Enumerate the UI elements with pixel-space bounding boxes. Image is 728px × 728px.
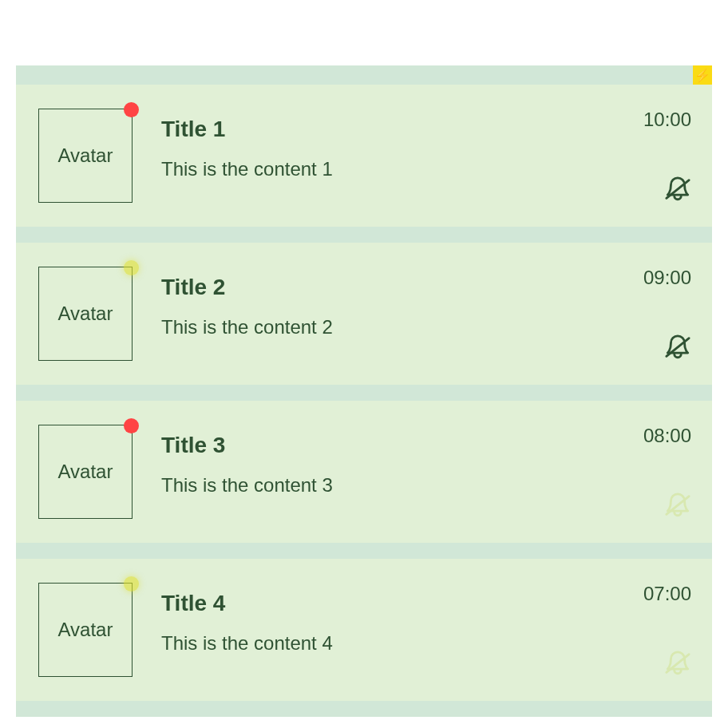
list-item[interactable]: Avatar Title 4 This is the content 4 07:… xyxy=(16,559,712,701)
bell-off-icon[interactable] xyxy=(664,334,691,361)
item-description: This is the content 4 xyxy=(161,632,627,655)
avatar-wrap: Avatar xyxy=(38,425,133,519)
item-title: Title 4 xyxy=(161,591,627,616)
item-content: Title 3 This is the content 3 xyxy=(133,425,627,497)
item-meta: 08:00 xyxy=(627,425,691,519)
item-meta: 07:00 xyxy=(627,583,691,677)
notification-list: ⚡ Avatar Title 1 This is the content 1 1… xyxy=(16,65,712,717)
lightning-badge[interactable]: ⚡ xyxy=(693,65,712,85)
lightning-icon: ⚡ xyxy=(694,68,710,83)
item-time: 07:00 xyxy=(643,583,691,605)
status-dot xyxy=(124,260,139,275)
item-title: Title 2 xyxy=(161,275,627,300)
item-meta: 09:00 xyxy=(627,267,691,361)
avatar: Avatar xyxy=(38,109,133,203)
avatar: Avatar xyxy=(38,583,133,677)
bell-off-icon[interactable] xyxy=(664,176,691,203)
avatar-wrap: Avatar xyxy=(38,109,133,203)
list-item[interactable]: Avatar Title 2 This is the content 2 09:… xyxy=(16,243,712,385)
avatar-wrap: Avatar xyxy=(38,267,133,361)
item-content: Title 4 This is the content 4 xyxy=(133,583,627,655)
list-item[interactable]: Avatar Title 1 This is the content 1 10:… xyxy=(16,85,712,227)
item-meta: 10:00 xyxy=(627,109,691,203)
item-time: 10:00 xyxy=(643,109,691,131)
status-dot xyxy=(124,102,139,117)
item-title: Title 1 xyxy=(161,117,627,142)
item-title: Title 3 xyxy=(161,433,627,458)
status-dot xyxy=(124,418,139,433)
item-description: This is the content 3 xyxy=(161,474,627,497)
avatar: Avatar xyxy=(38,425,133,519)
status-dot xyxy=(124,576,139,592)
item-content: Title 1 This is the content 1 xyxy=(133,109,627,180)
item-content: Title 2 This is the content 2 xyxy=(133,267,627,338)
list-item[interactable]: Avatar Title 3 This is the content 3 08:… xyxy=(16,401,712,543)
avatar-wrap: Avatar xyxy=(38,583,133,677)
item-time: 09:00 xyxy=(643,267,691,289)
item-description: This is the content 2 xyxy=(161,316,627,338)
bell-off-icon[interactable] xyxy=(664,492,691,519)
bell-off-icon[interactable] xyxy=(664,650,691,677)
item-time: 08:00 xyxy=(643,425,691,447)
avatar: Avatar xyxy=(38,267,133,361)
item-description: This is the content 1 xyxy=(161,158,627,180)
